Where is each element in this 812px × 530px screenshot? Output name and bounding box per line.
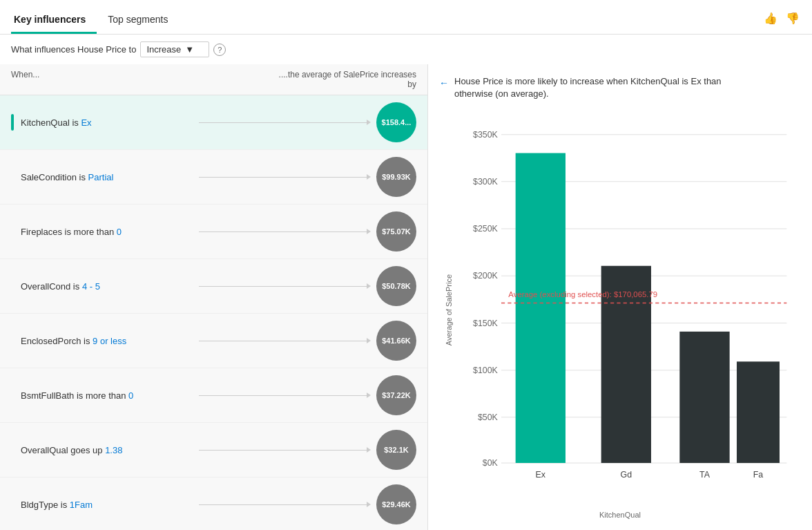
influencer-row[interactable]: EnclosedPorch is 9 or less $41.66K (0, 314, 427, 368)
value-bubble: $50.78K (376, 266, 416, 306)
app-container: Key influencers Top segments 👍 👎 What in… (0, 0, 812, 530)
x-axis-label: KitchenQual (439, 511, 801, 519)
help-icon[interactable]: ? (213, 44, 226, 56)
value-bubble: $29.46K (376, 484, 416, 524)
influencer-label: OverallQual goes up 1.38 (21, 445, 193, 455)
x-label-gd: Gd (621, 470, 632, 480)
connector-line (199, 504, 371, 505)
bar-chart: $350K $300K $250K $200K $150K $100K (458, 111, 801, 508)
connector-line (199, 285, 371, 287)
subtitle-prefix: What influences House Price to (11, 44, 136, 55)
value-bubble: $41.66K (376, 321, 416, 361)
influence-dropdown[interactable]: Increase ▼ (140, 41, 209, 57)
influencer-label: EnclosedPorch is 9 or less (21, 336, 193, 346)
svg-text:$150K: $150K (473, 319, 499, 328)
connector-line (199, 176, 371, 178)
avg-line-label: Average (excluding selected): $170,065.7… (508, 291, 657, 299)
value-bubble: $158.4... (376, 102, 416, 142)
influencer-label: BsmtFullBath is more than 0 (21, 390, 193, 401)
tab-key-influencers[interactable]: Key influencers (11, 8, 97, 34)
influencer-label: OverallCond is 4 - 5 (21, 281, 193, 292)
chart-description-line1: House Price is more likely to increase w… (454, 76, 722, 86)
when-column-header: When... (11, 70, 278, 89)
svg-text:$350K: $350K (473, 130, 499, 140)
connector-line (199, 340, 371, 341)
influencer-row[interactable]: OverallQual goes up 1.38 $32.1K (0, 423, 427, 477)
value-bubble: $37.22K (376, 375, 416, 415)
value-bubble: $75.07K (376, 211, 416, 252)
increases-column-header: ....the average of SalePrice increases b… (278, 70, 416, 89)
svg-text:$50K: $50K (478, 413, 499, 422)
svg-text:$200K: $200K (473, 272, 499, 281)
value-bubble: $32.1K (376, 430, 416, 470)
svg-text:$0K: $0K (483, 458, 499, 468)
influencer-label: KitchenQual is Ex (21, 117, 193, 128)
selected-indicator (11, 114, 14, 131)
influencer-label: Fireplaces is more than 0 (21, 227, 193, 237)
influencer-list: KitchenQual is Ex $158.4... SaleConditio… (0, 95, 427, 530)
connector-line (199, 231, 371, 232)
influencer-label: SaleCondition is Partial (21, 172, 193, 182)
chart-description-line2: otherwise (on average). (454, 88, 549, 99)
influencer-label: BldgType is 1Fam (21, 500, 193, 510)
chart-description: ← House Price is more likely to increase… (439, 75, 801, 100)
influencer-row[interactable]: Fireplaces is more than 0 $75.07K (0, 205, 427, 259)
x-label-ex: Ex (536, 470, 546, 480)
x-label-ta: TA (699, 470, 710, 480)
y-axis-label: Average of SalePrice (445, 274, 453, 346)
right-panel: ← House Price is more likely to increase… (428, 64, 812, 530)
subtitle-bar: What influences House Price to Increase … (0, 35, 812, 64)
x-label-fa: Fa (753, 470, 764, 480)
value-bubble: $99.93K (376, 157, 416, 197)
bar-ex[interactable] (516, 153, 566, 463)
svg-text:$100K: $100K (473, 366, 499, 375)
main-content: When... ....the average of SalePrice inc… (0, 64, 812, 530)
left-panel-header: When... ....the average of SalePrice inc… (0, 64, 427, 95)
dropdown-value: Increase (146, 44, 181, 55)
influencer-row[interactable]: SaleCondition is Partial $99.93K (0, 150, 427, 205)
header: Key influencers Top segments 👍 👎 (0, 0, 812, 35)
svg-text:$250K: $250K (473, 225, 499, 234)
chart-area: Average of SalePrice $350K $300K (439, 111, 801, 519)
left-panel: When... ....the average of SalePrice inc… (0, 64, 428, 530)
connector-line (199, 395, 371, 396)
connector-line (199, 449, 371, 451)
bar-fa[interactable] (737, 362, 780, 464)
influencer-row[interactable]: BldgType is 1Fam $29.46K (0, 477, 427, 530)
svg-text:$300K: $300K (473, 177, 499, 187)
back-arrow-icon[interactable]: ← (439, 77, 449, 91)
thumbs-up-icon[interactable]: 👍 (762, 10, 779, 27)
influencer-row[interactable]: KitchenQual is Ex $158.4... (0, 95, 427, 150)
tab-top-segments[interactable]: Top segments (105, 8, 179, 34)
thumbs-down-icon[interactable]: 👎 (784, 10, 801, 27)
influencer-row[interactable]: OverallCond is 4 - 5 $50.78K (0, 259, 427, 314)
chevron-down-icon: ▼ (185, 44, 194, 55)
header-icons: 👍 👎 (762, 10, 801, 32)
connector-line (199, 122, 371, 123)
influencer-row[interactable]: BsmtFullBath is more than 0 $37.22K (0, 368, 427, 423)
tab-bar: Key influencers Top segments (11, 8, 187, 34)
bar-ta[interactable] (679, 332, 729, 463)
